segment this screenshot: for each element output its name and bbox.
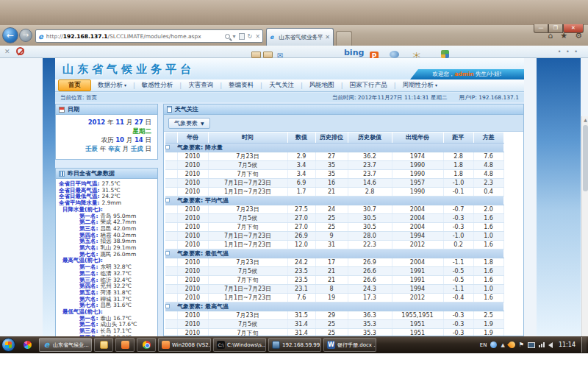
table-cell: 1.0	[473, 231, 503, 240]
volume-icon[interactable]	[548, 342, 553, 348]
yesterday-body: 全省日平均气温:27.5℃全省日最高气温:31.5℃全省日最低气温:24.2℃全…	[56, 179, 157, 347]
scrollbar-thumb[interactable]	[583, 125, 588, 191]
taskbar-task-7[interactable]: W银行手册.docx ...	[323, 338, 376, 352]
table-cell: 1990	[392, 187, 443, 196]
table-row[interactable]: 20107月下旬3.43523.719901.84.8	[165, 169, 503, 178]
group-expand-cell[interactable]	[165, 143, 177, 152]
url-text[interactable]: http://192.168.137.1/SLCCLIMATE/modules/…	[46, 33, 225, 40]
nav-item-6[interactable]: 风能地图	[303, 81, 341, 90]
rank-label: 第二名:	[79, 270, 98, 277]
language-indicator[interactable]: EN	[480, 342, 487, 348]
nav-item-7[interactable]: 国家下行产品	[343, 81, 394, 90]
group-expand-cell[interactable]	[165, 249, 177, 258]
taskbar-task-1[interactable]	[94, 338, 113, 352]
tray-download-icon[interactable]	[507, 340, 517, 350]
table-group-row[interactable]: 气象要素: 最高气温	[165, 302, 503, 311]
nav-item-4[interactable]: 整编资料	[222, 81, 260, 90]
table-group-row[interactable]: 气象要素: 平均气温	[165, 196, 503, 205]
table-row[interactable]: 20107月23日24.21726.92004-1.11.8	[165, 258, 503, 266]
table-cell: 7月5候	[208, 266, 287, 275]
taskbar-task-4[interactable]: Win2008 (VS2...	[158, 338, 211, 352]
table-row[interactable]: 20107月1日~7月23日23.1824.31994-1.11.0	[165, 284, 503, 293]
addon-close-icon[interactable]: ✕	[4, 48, 10, 55]
compatibility-view-icon[interactable]	[239, 33, 245, 40]
table-row[interactable]: 20107月1日~7月23日26.9928.01994-1.01.0	[165, 231, 503, 240]
table-group-row[interactable]: 气象要素: 降水量	[165, 143, 503, 152]
back-button[interactable]: ←	[2, 27, 18, 43]
tab-close-icon[interactable]: ✕	[325, 34, 330, 40]
addon-overflow-icon[interactable]: • • •	[558, 49, 579, 55]
row-lead-cell	[165, 169, 177, 178]
rank-value: 临清 32.7℃	[101, 270, 132, 277]
scroll-up-icon[interactable]: ▲	[582, 116, 588, 124]
table-cell: 31	[315, 240, 348, 249]
display-icon[interactable]	[528, 342, 535, 348]
table-row[interactable]: 20107月下旬23.52126.61991-0.51.6	[165, 275, 503, 284]
table-row[interactable]: 20101月1日~7月23日12.03122.320120.21.6	[165, 240, 503, 249]
expand-checkbox-icon[interactable]	[165, 145, 170, 149]
table-cell: -0.5	[443, 266, 473, 275]
minimize-button[interactable]: —	[534, 24, 548, 33]
expand-checkbox-icon[interactable]	[165, 304, 170, 308]
maximize-button[interactable]: ❐	[548, 24, 563, 33]
table-row[interactable]: 20107月下旬27.02530.52004-0.31.6	[165, 222, 503, 231]
address-bar[interactable]: e http://192.168.137.1/SLCCLIMATE/module…	[35, 29, 263, 43]
new-tab-button[interactable]	[336, 31, 352, 46]
bing-logo[interactable]: bing	[344, 48, 364, 57]
table-row[interactable]: 20101月1日~7月23日7.61917.32012-0.41.6	[165, 293, 503, 302]
taskbar-task-0[interactable]: e山东省气候业...	[39, 338, 92, 352]
group-expand-cell[interactable]	[165, 302, 177, 311]
expand-checkbox-icon[interactable]	[165, 198, 170, 202]
chrome-icon	[143, 341, 151, 349]
browser-tab[interactable]: e 山东省气候业务平... ✕	[266, 28, 334, 46]
page-scrollbar[interactable]: ▲ ▼	[581, 116, 588, 368]
nav-item-3[interactable]: 灾害查询	[182, 81, 220, 90]
header-cell: 方差	[473, 132, 503, 143]
table-cell: 2.8	[348, 187, 392, 196]
tray-expand-icon[interactable]: ▲	[501, 342, 504, 348]
word-icon: W	[327, 341, 335, 349]
table-cell: 21	[315, 266, 348, 275]
table-row[interactable]: 20107月23日31.52936.31955,1951-0.32.5	[165, 311, 503, 319]
search-icon[interactable]	[225, 34, 230, 39]
close-button[interactable]: ✕	[563, 24, 584, 33]
table-row[interactable]: 20107月5候27.02530.52004-0.31.6	[165, 213, 503, 222]
clock[interactable]: 11:14	[559, 342, 576, 348]
table-row[interactable]: 20107月1日~7月23日6.91614.61957-1.02.3	[165, 178, 503, 187]
nav-item-1[interactable]: 数据分析 ▾	[91, 81, 133, 90]
nav-item-2[interactable]: 敏感性分析	[135, 81, 180, 90]
table-row[interactable]: 20107月5候3.43523.719901.84.8	[165, 160, 503, 169]
table-row[interactable]: 20107月5候23.52126.61991-0.51.6	[165, 266, 503, 275]
taskbar-task-2[interactable]	[115, 338, 135, 352]
table-row[interactable]: 20107月23日2.92736.219742.87.6	[165, 152, 503, 160]
taskbar-task-3[interactable]	[137, 338, 156, 352]
table-row[interactable]: 20107月23日27.52430.72004-0.72.0	[165, 205, 503, 213]
table-cell: 7月1日~7月23日	[208, 178, 287, 187]
nav-item-5[interactable]: 天气关注	[262, 81, 301, 90]
blocked-icon[interactable]	[16, 47, 24, 55]
table-cell: 24.2	[287, 258, 315, 266]
forward-button[interactable]: →	[19, 29, 32, 42]
expand-checkbox-icon[interactable]	[165, 251, 170, 255]
table-group-row[interactable]: 气象要素: 最低气温	[165, 249, 503, 258]
table-cell: 2010	[177, 205, 208, 213]
network-icon[interactable]	[539, 342, 545, 347]
folder-icon	[100, 341, 108, 349]
refresh-icon[interactable]: ↻	[248, 33, 253, 40]
table-row[interactable]: 20101月1日~7月23日1.7212.81990-0.10.4	[165, 187, 503, 196]
table-row[interactable]: 20107月5候31.42535.31951-0.31.9	[165, 319, 503, 328]
action-center-flag-icon[interactable]: ⚑	[519, 342, 524, 348]
nav-item-0[interactable]: 首页	[58, 79, 91, 91]
show-desktop-button[interactable]	[581, 337, 587, 353]
taskbar-pinwheel-app[interactable]	[18, 338, 37, 352]
taskbar-task-6[interactable]: 192.168.59.99...	[268, 338, 321, 352]
search-dropdown-icon[interactable]: ▾	[233, 33, 236, 40]
nav-item-8[interactable]: 周期性分析 ▾	[396, 81, 444, 90]
stop-icon[interactable]: ×	[255, 33, 260, 40]
start-button[interactable]	[1, 338, 15, 352]
taskbar-task-5[interactable]: C:\C:\Windows\s...	[213, 338, 266, 352]
table-row[interactable]: 20107月下旬31.42535.31951-0.31.9	[165, 328, 503, 336]
group-expand-cell[interactable]	[165, 196, 177, 205]
element-filter-button[interactable]: 气象要素 ▼	[168, 118, 210, 129]
tray-app-icon[interactable]	[490, 342, 497, 348]
